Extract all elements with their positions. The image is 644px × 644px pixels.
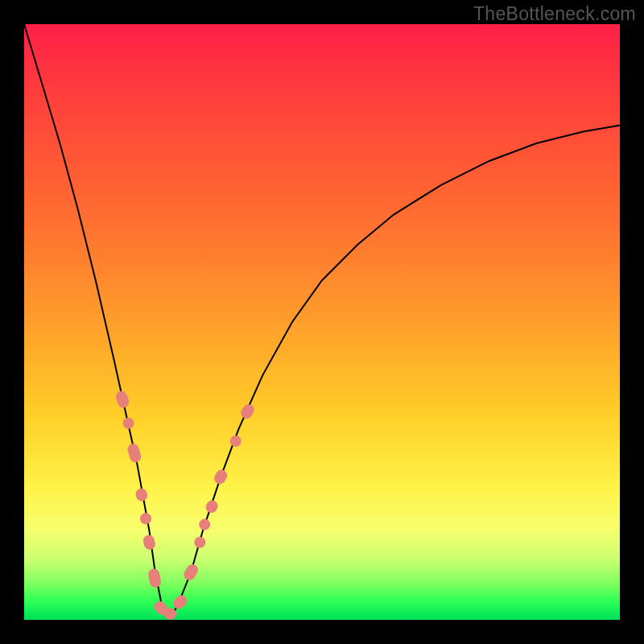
bottleneck-curve	[24, 24, 620, 614]
accent-pill	[182, 562, 200, 582]
accent-dot	[194, 537, 205, 548]
watermark-text: TheBottleneck.com	[473, 3, 636, 25]
accent-pill	[239, 402, 257, 421]
accent-dot	[230, 436, 242, 447]
accent-pill	[114, 390, 130, 409]
accent-pill	[126, 442, 142, 464]
accent-pill	[213, 468, 229, 486]
curve-layer	[24, 24, 620, 620]
accent-pill	[142, 534, 156, 551]
accent-dot	[123, 418, 134, 429]
accent-pill	[204, 498, 220, 515]
accent-dot	[140, 513, 151, 524]
accent-pill	[134, 487, 149, 502]
accent-dot	[199, 519, 210, 530]
chart-frame: TheBottleneck.com	[0, 0, 644, 644]
accent-pill	[147, 568, 163, 588]
accent-pill	[171, 593, 189, 611]
